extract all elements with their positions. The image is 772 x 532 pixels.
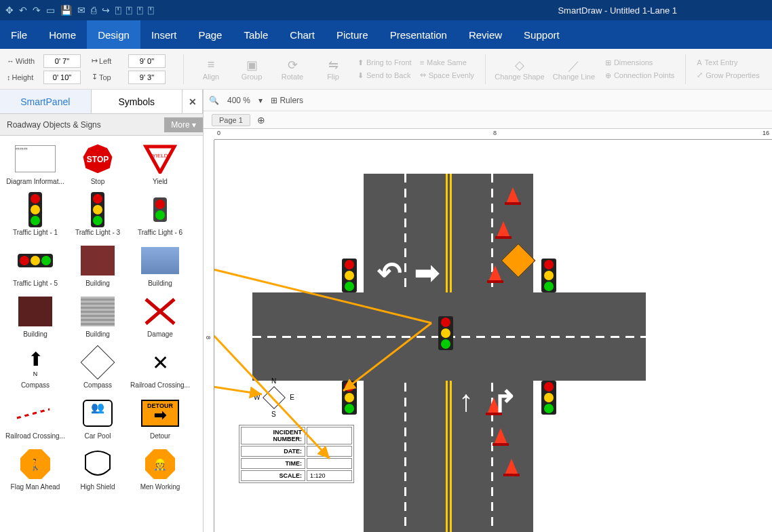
palette-item[interactable]: 👷Men Working (129, 445, 191, 491)
bring-front-button[interactable]: ⬆Bring to Front (353, 57, 416, 69)
traffic-cone[interactable] (505, 459, 518, 475)
send-back-button[interactable]: ⬇Send to Back (353, 70, 416, 81)
traffic-cone[interactable] (506, 187, 520, 204)
menu-presentation[interactable]: Presentation (379, 20, 458, 49)
palette-item[interactable]: 🚶Flag Man Ahead (4, 445, 66, 491)
turn-arrow-icon[interactable]: ↶ (377, 255, 402, 290)
top-label: ↧ Top (92, 73, 126, 81)
export1-icon[interactable]: ⍞ (115, 5, 121, 16)
change-shape-button[interactable]: ◇Change Shape (493, 53, 547, 86)
top-input[interactable] (128, 71, 166, 84)
palette-item[interactable]: Railroad Crossing... (4, 394, 66, 440)
palette-item[interactable]: Traffic Light - 6 (129, 191, 191, 236)
connection-points-button[interactable]: ⊕Connection Points (601, 70, 678, 81)
palette-item[interactable]: YIELDYield (129, 140, 191, 185)
turn-arrow-icon[interactable]: ↑ (459, 384, 474, 418)
palette-item[interactable]: 👥Car Pool (66, 394, 129, 440)
horizontal-ruler: 0 8 16 (214, 129, 772, 140)
traffic-light[interactable] (541, 259, 556, 292)
left-input[interactable] (128, 54, 166, 68)
export2-icon[interactable]: ⍞ (126, 5, 132, 16)
turn-arrow-icon[interactable]: ➡ (414, 255, 440, 290)
menu-insert[interactable]: Insert (140, 20, 188, 49)
tab-symbols[interactable]: Symbols (92, 90, 183, 113)
flip-button[interactable]: ⇋Flip (313, 53, 353, 86)
palette-item[interactable]: Traffic Light - 3 (66, 191, 129, 236)
palette-item[interactable]: Building (66, 242, 129, 287)
grow-properties-button[interactable]: ⤢Grow Properties (693, 69, 763, 81)
save-icon[interactable]: 💾 (60, 5, 72, 16)
menu-review[interactable]: Review (458, 20, 513, 49)
ribbon: ↔ Width ↕ Height ↦ Left ↧ Top ≡Align ▣Gr… (0, 49, 772, 90)
traffic-light[interactable] (342, 259, 357, 292)
share-icon[interactable]: ↪ (102, 5, 110, 16)
text-entry-button[interactable]: AText Entry (693, 57, 763, 68)
palette-item[interactable]: Building (66, 292, 129, 338)
width-input[interactable] (43, 54, 81, 68)
palette-item[interactable]: Damage (129, 292, 191, 338)
compass[interactable]: N S W E (254, 377, 294, 418)
tab-smartpanel[interactable]: SmartPanel (0, 90, 92, 113)
traffic-light[interactable] (342, 381, 357, 415)
traffic-cone[interactable] (494, 428, 507, 444)
height-input[interactable] (43, 71, 81, 84)
space-evenly-button[interactable]: ⇔Space Evenly (416, 69, 478, 81)
menu-design[interactable]: Design (87, 20, 140, 49)
palette-item[interactable]: Building (129, 242, 191, 287)
zoom-select[interactable]: 400 % (227, 96, 250, 105)
palette-item[interactable]: DETOUR➡Detour (129, 394, 191, 440)
print-icon[interactable]: ⎙ (91, 5, 96, 16)
palette-item[interactable]: ⬆NCompass (4, 343, 66, 389)
sidebar: SmartPanel Symbols ✕ Roadway Objects & S… (0, 90, 204, 532)
group-button[interactable]: ▣Group (231, 53, 272, 86)
redo-icon[interactable]: ↷ (33, 5, 41, 16)
export3-icon[interactable]: ⍞ (137, 5, 142, 16)
mail-icon[interactable]: ✉ (77, 5, 85, 16)
zoom-dropdown[interactable]: ▾ (258, 96, 263, 105)
palette-item[interactable]: Compass (66, 343, 129, 389)
palette-item[interactable]: ▭▭▭Diagram Informat... (4, 140, 66, 185)
new-icon[interactable]: ▭ (46, 5, 55, 16)
traffic-light[interactable] (438, 316, 453, 350)
palette-item[interactable]: Traffic Light - 1 (4, 191, 66, 236)
palette-item[interactable]: High Shield (66, 445, 129, 491)
traffic-cone[interactable] (488, 265, 502, 282)
logo-icon: ✥ (5, 5, 14, 16)
undo-icon[interactable]: ↶ (19, 5, 27, 16)
add-page-button[interactable]: ⊕ (257, 115, 265, 126)
menu-table[interactable]: Table (233, 20, 279, 49)
turn-arrow-icon[interactable]: ↱ (493, 384, 518, 419)
rulers-button[interactable]: ⊞ Rulers (271, 96, 303, 105)
more-button[interactable]: More ▾ (164, 117, 203, 132)
svg-text:🚶: 🚶 (28, 458, 42, 471)
app-title: SmartDraw - Untitled 1-Lane 1 (558, 5, 677, 16)
traffic-cone[interactable] (497, 221, 510, 238)
dimensions-button[interactable]: ⊞Dimensions (601, 57, 678, 69)
palette-item[interactable]: Traffic Light - 5 (4, 242, 66, 287)
incident-table[interactable]: INCIDENT NUMBER: DATE: TIME: SCALE:1:120 (239, 425, 354, 483)
svg-marker-2 (146, 147, 174, 172)
menu-page[interactable]: Page (187, 20, 233, 49)
drawing-area[interactable]: ↶ ➡ ↑ ↱ N S W E INCIDENT NUMBER: DATE: (214, 140, 772, 532)
palette-item[interactable]: STOPStop (66, 140, 129, 185)
traffic-light[interactable] (541, 381, 556, 415)
palette-item[interactable]: ✕Railroad Crossing... (129, 343, 191, 389)
page-tab-1[interactable]: Page 1 (212, 114, 250, 126)
export4-icon[interactable]: ⍞ (148, 5, 153, 16)
menu-picture[interactable]: Picture (326, 20, 379, 49)
svg-text:YIELD: YIELD (152, 153, 168, 159)
close-panel-button[interactable]: ✕ (182, 90, 203, 113)
menu-support[interactable]: Support (513, 20, 571, 49)
menu-file[interactable]: File (0, 20, 38, 49)
rotate-button[interactable]: ⟳Rotate (272, 53, 313, 86)
category-label[interactable]: Roadway Objects & Signs (0, 120, 164, 130)
palette-item[interactable]: Building (4, 292, 66, 338)
change-line-button[interactable]: ／Change Line (547, 53, 601, 86)
canvas[interactable]: 0 8 16 8 (204, 129, 772, 532)
vertical-ruler: 8 (204, 140, 214, 532)
menu-home[interactable]: Home (38, 20, 87, 49)
align-button[interactable]: ≡Align (191, 53, 231, 86)
zoom-icon[interactable]: 🔍 (209, 96, 219, 105)
make-same-button[interactable]: ≡Make Same (416, 57, 478, 68)
menu-chart[interactable]: Chart (279, 20, 326, 49)
